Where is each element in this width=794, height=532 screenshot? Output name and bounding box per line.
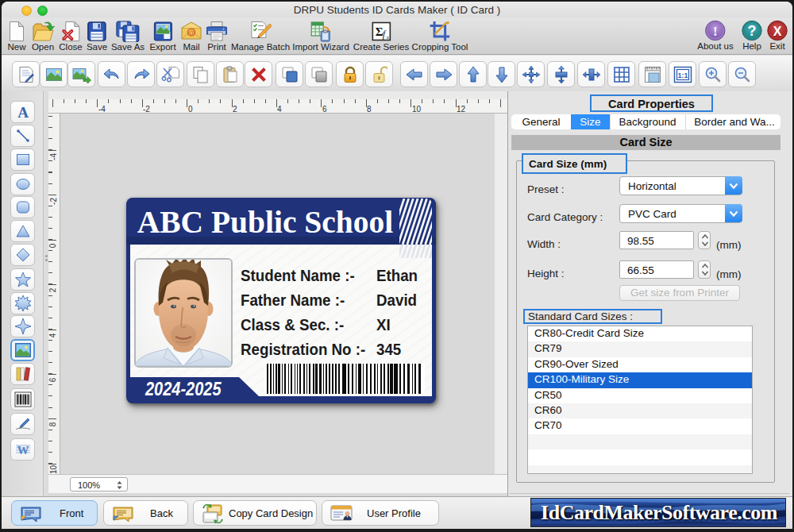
svg-text:?: ?: [748, 23, 757, 39]
svg-text:@: @: [187, 29, 195, 37]
svg-text:1:1: 1:1: [677, 71, 688, 79]
svg-text:!: !: [713, 24, 718, 39]
svg-text:W: W: [17, 444, 29, 457]
svg-text:A: A: [17, 104, 29, 120]
svg-text:X: X: [773, 25, 782, 38]
